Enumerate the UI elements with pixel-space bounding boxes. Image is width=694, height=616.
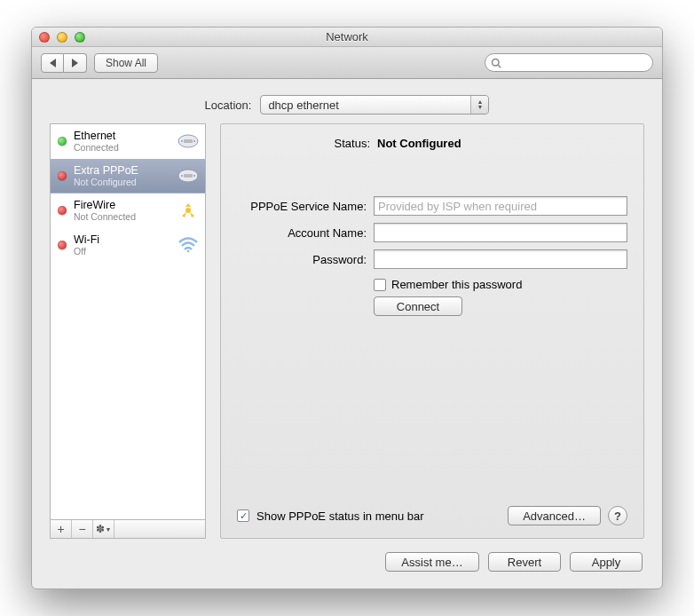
forward-button[interactable] bbox=[64, 53, 87, 73]
sidebar-item-ethernet[interactable]: Ethernet Connected bbox=[51, 124, 205, 159]
service-name-input[interactable] bbox=[374, 196, 627, 216]
status-dot-icon bbox=[58, 241, 67, 249]
assist-me-button[interactable]: Assist me… bbox=[385, 552, 479, 572]
remember-password-checkbox[interactable] bbox=[374, 279, 386, 291]
bottom-bar: Assist me… Revert Apply bbox=[32, 548, 662, 588]
search-input[interactable] bbox=[505, 56, 647, 70]
location-label: Location: bbox=[205, 99, 252, 112]
chevron-down-icon: ▼ bbox=[106, 526, 112, 533]
forward-icon bbox=[72, 59, 78, 67]
status-dot-icon bbox=[58, 171, 67, 180]
sidebar-footer: + − ✽▼ bbox=[50, 519, 206, 539]
password-label: Password: bbox=[237, 253, 367, 266]
ethernet-icon bbox=[177, 130, 200, 153]
gear-icon: ✽ bbox=[96, 523, 105, 535]
status-label: Status: bbox=[326, 137, 370, 150]
sidebar: Ethernet Connected Extra PPPoE Not Confi… bbox=[50, 123, 206, 539]
sidebar-footer-spacer bbox=[114, 520, 205, 538]
back-icon bbox=[50, 59, 56, 67]
advanced-button[interactable]: Advanced… bbox=[508, 506, 601, 525]
window-title: Network bbox=[32, 30, 662, 43]
status-dot-icon bbox=[58, 137, 67, 146]
sidebar-item-status: Not Connected bbox=[74, 211, 170, 222]
connect-button[interactable]: Connect bbox=[374, 296, 462, 316]
location-value: dhcp ethernet bbox=[268, 99, 339, 112]
svg-rect-3 bbox=[184, 139, 193, 143]
help-button[interactable]: ? bbox=[608, 506, 627, 525]
sidebar-item-name: Wi-Fi bbox=[74, 233, 170, 246]
sidebar-item-status: Connected bbox=[74, 142, 170, 153]
revert-button[interactable]: Revert bbox=[488, 552, 561, 572]
svg-point-8 bbox=[181, 175, 183, 177]
svg-point-11 bbox=[187, 250, 190, 253]
location-popup[interactable]: dhcp ethernet ▲▼ bbox=[260, 95, 489, 115]
apply-button[interactable]: Apply bbox=[570, 552, 643, 572]
location-row: Location: dhcp ethernet ▲▼ bbox=[32, 79, 662, 123]
svg-rect-7 bbox=[184, 174, 193, 178]
back-button[interactable] bbox=[41, 53, 64, 73]
sidebar-item-extra-pppoe[interactable]: Extra PPPoE Not Configured bbox=[51, 159, 205, 193]
svg-point-5 bbox=[193, 140, 195, 142]
toolbar: Show All bbox=[32, 47, 662, 79]
service-list: Ethernet Connected Extra PPPoE Not Confi… bbox=[50, 123, 206, 519]
service-name-label: PPPoE Service Name: bbox=[237, 200, 367, 213]
show-status-checkbox[interactable]: ✓ bbox=[237, 509, 249, 522]
status-value: Not Configured bbox=[377, 137, 461, 150]
nav-seg bbox=[41, 53, 87, 73]
search-field-wrap[interactable] bbox=[485, 53, 653, 72]
service-actions-button[interactable]: ✽▼ bbox=[93, 520, 114, 538]
account-name-input[interactable] bbox=[374, 223, 627, 242]
svg-point-0 bbox=[493, 59, 500, 66]
ethernet-icon bbox=[177, 164, 200, 187]
sidebar-item-firewire[interactable]: FireWire Not Connected bbox=[51, 193, 205, 228]
svg-line-1 bbox=[498, 65, 501, 67]
status-dot-icon bbox=[58, 206, 67, 215]
add-service-button[interactable]: + bbox=[51, 520, 72, 538]
sidebar-item-name: Extra PPPoE bbox=[74, 164, 170, 177]
remember-password-label: Remember this password bbox=[391, 278, 522, 291]
wifi-icon bbox=[177, 233, 200, 257]
svg-point-9 bbox=[193, 175, 195, 177]
popup-arrows-icon: ▲▼ bbox=[470, 96, 488, 114]
search-icon bbox=[491, 58, 501, 68]
account-name-label: Account Name: bbox=[237, 226, 367, 240]
show-all-button[interactable]: Show All bbox=[94, 53, 158, 73]
password-input[interactable] bbox=[374, 249, 627, 269]
remove-service-button[interactable]: − bbox=[72, 520, 93, 538]
firewire-icon bbox=[177, 199, 200, 222]
sidebar-item-wifi[interactable]: Wi-Fi Off bbox=[51, 228, 205, 263]
titlebar: Network bbox=[32, 28, 662, 47]
sidebar-item-status: Off bbox=[74, 246, 170, 257]
detail-panel: Status: Not Configured PPPoE Service Nam… bbox=[220, 123, 644, 539]
sidebar-item-name: Ethernet bbox=[74, 130, 170, 142]
show-status-label: Show PPPoE status in menu bar bbox=[256, 509, 424, 523]
svg-point-4 bbox=[181, 140, 183, 142]
network-prefs-window: Network Show All Location: dhcp ethernet… bbox=[31, 27, 663, 589]
sidebar-item-name: FireWire bbox=[74, 199, 170, 211]
sidebar-item-status: Not Configured bbox=[74, 177, 170, 187]
